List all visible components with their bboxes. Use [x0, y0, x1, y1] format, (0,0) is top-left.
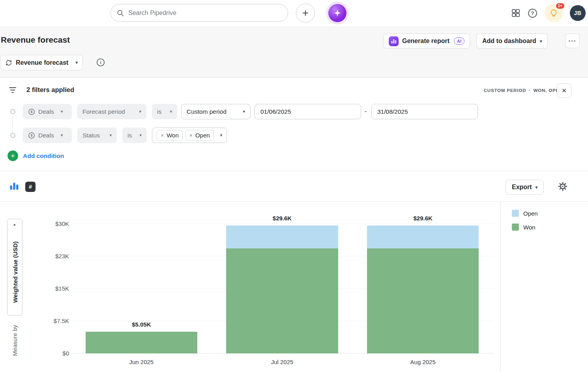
operator-dropdown-row2[interactable]: is ▾	[122, 128, 147, 143]
entity-dropdown-row1[interactable]: $ Deals ▾	[23, 104, 72, 119]
bar-segment-won[interactable]	[226, 248, 338, 353]
chevron-down-icon: ▾	[170, 109, 172, 114]
filter-icon	[8, 85, 17, 95]
add-condition-button[interactable]: + Add condition	[7, 150, 64, 161]
chip-won[interactable]: × Won	[157, 130, 183, 141]
sparkle-icon	[333, 9, 341, 17]
plot-area: $5.05K$29.6K$29.6K	[71, 224, 493, 353]
filters-caption: CUSTOM PERIOD · WON, OPEN	[484, 88, 563, 93]
report-chart-icon	[389, 36, 399, 46]
remove-chip-icon[interactable]: ×	[161, 133, 164, 138]
bar-total-label: $29.6K	[212, 215, 353, 222]
deals-currency-icon: $	[28, 132, 35, 139]
x-axis-label: Jul 2025	[212, 359, 353, 365]
legend-item-won[interactable]: Won	[512, 224, 588, 231]
operator-label: is	[127, 132, 132, 139]
ai-assistant-button[interactable]	[328, 4, 346, 22]
avatar[interactable]: JB	[570, 5, 586, 21]
app-root: + ?	[0, 0, 588, 372]
legend-label: Won	[523, 224, 536, 231]
lightbulb-icon	[549, 9, 558, 17]
y-tick-label: $23K	[36, 253, 69, 260]
legend-swatch-won	[512, 224, 519, 231]
date-from-input[interactable]	[255, 104, 361, 119]
field-dropdown-row1[interactable]: Forecast period ▾	[77, 104, 146, 119]
legend-item-open[interactable]: Open	[512, 210, 588, 217]
plus-glyph: +	[11, 152, 15, 160]
marketplace-apps-icon[interactable]	[511, 8, 521, 18]
value-label: Custom period	[187, 108, 227, 115]
info-button[interactable]: i	[96, 58, 105, 67]
date-to-input[interactable]	[371, 104, 478, 119]
field-label: Forecast period	[82, 108, 125, 115]
y-tick-label: $30K	[36, 220, 69, 227]
number-view-toggle[interactable]: #	[25, 182, 36, 192]
entity-label: Deals	[38, 108, 54, 115]
sync-icon	[5, 59, 12, 66]
remove-chip-icon[interactable]: ×	[189, 133, 193, 138]
chart-settings-button[interactable]	[558, 181, 568, 193]
report-content: # Export ▾	[0, 171, 588, 372]
global-search[interactable]	[110, 4, 288, 22]
y-tick-label: $7.5K	[36, 318, 69, 325]
report-selector[interactable]: Revenue forecast ▾	[0, 55, 83, 70]
date-range-separator: -	[365, 108, 367, 115]
dollar-glyph: $	[30, 110, 32, 114]
measure-by-label-wrap: Measure by	[7, 319, 22, 362]
bar-segment-open[interactable]	[226, 225, 338, 248]
caption-separator: ·	[529, 88, 531, 93]
y-axis: $0$7.5K$15K$23K$30K	[36, 224, 69, 353]
bar-segment-won[interactable]	[367, 248, 479, 353]
measure-value: Weighted value (USD)	[11, 241, 18, 303]
stacked-bar-aug-2025[interactable]	[367, 225, 479, 353]
topbar-right-cluster: ? 1+ JB	[511, 4, 586, 22]
condition-bullet	[10, 109, 15, 114]
status-multiselect[interactable]: × Won × Open ▾	[152, 128, 227, 143]
field-dropdown-row2[interactable]: Status ▾	[77, 128, 117, 143]
help-icon[interactable]: ?	[528, 8, 537, 18]
bar-chart-icon	[9, 180, 20, 192]
operator-dropdown-row1[interactable]: is ▾	[152, 104, 177, 119]
bar-segment-open[interactable]	[367, 225, 479, 248]
deals-currency-icon: $	[28, 108, 35, 115]
value-dropdown-row1[interactable]: Custom period ▾	[181, 104, 251, 119]
caption-period: CUSTOM PERIOD	[484, 88, 526, 93]
field-label: Status	[82, 132, 100, 139]
search-input[interactable]	[128, 9, 282, 17]
bar-segment-won[interactable]	[86, 332, 198, 353]
add-to-dashboard-label: Add to dashboard	[482, 38, 536, 45]
x-axis-label: Aug 2025	[352, 359, 493, 365]
more-options-button[interactable]: ···	[565, 34, 580, 48]
add-to-dashboard-button[interactable]: Add to dashboard ▾	[476, 34, 548, 49]
bar-slot: $29.6K	[212, 224, 353, 353]
dollar-glyph: $	[30, 133, 32, 137]
avatar-initials: JB	[574, 10, 582, 16]
notification-badge: 1+	[556, 3, 564, 9]
chevron-down-icon: ▾	[220, 133, 223, 137]
generate-report-button[interactable]: Generate report AI	[383, 34, 470, 49]
x-axis-label: Jun 2025	[71, 359, 212, 365]
chip-open[interactable]: × Open	[185, 130, 214, 141]
chevron-down-icon: ▾	[243, 109, 245, 114]
chevron-down-icon: ▾	[109, 133, 112, 137]
y-tick-label: $15K	[36, 285, 69, 292]
close-icon: ×	[562, 86, 567, 95]
stacked-bar-jun-2025[interactable]	[86, 332, 198, 353]
ellipsis-icon: ···	[569, 37, 577, 45]
whats-new-button[interactable]: 1+	[545, 4, 563, 22]
export-button[interactable]: Export ▾	[506, 180, 544, 195]
measure-selector[interactable]: ▸ Weighted value (USD)	[7, 219, 22, 316]
bar-slot: $5.05K	[71, 224, 212, 353]
topbar: + ?	[0, 0, 588, 26]
plus-circle-icon: +	[7, 150, 18, 161]
info-glyph: i	[100, 60, 101, 65]
report-selector-label: Revenue forecast	[16, 59, 68, 66]
close-filters-button[interactable]: ×	[557, 83, 571, 98]
chart-view-toggle[interactable]	[9, 180, 20, 193]
quick-add-button[interactable]: +	[296, 4, 315, 23]
generate-report-label: Generate report	[402, 38, 449, 45]
stacked-bar-jul-2025[interactable]	[226, 225, 338, 353]
info-icon: i	[96, 58, 105, 67]
y-tick-label: $0	[36, 350, 69, 357]
entity-dropdown-row2[interactable]: $ Deals ▾	[23, 128, 72, 143]
